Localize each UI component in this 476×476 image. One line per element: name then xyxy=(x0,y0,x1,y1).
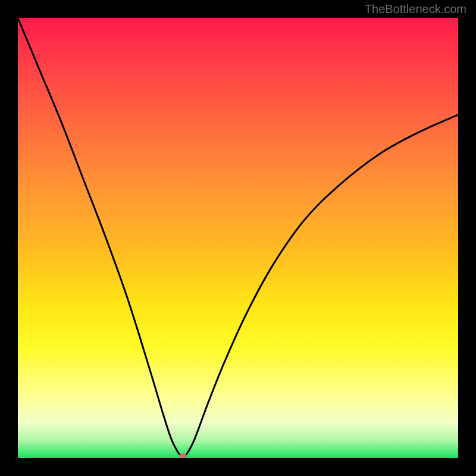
watermark-text: TheBottleneck.com xyxy=(365,2,466,16)
bottleneck-curve-line xyxy=(18,18,458,458)
chart-svg xyxy=(18,18,458,458)
chart-plot-area xyxy=(18,18,458,458)
optimum-point-marker xyxy=(179,453,187,458)
